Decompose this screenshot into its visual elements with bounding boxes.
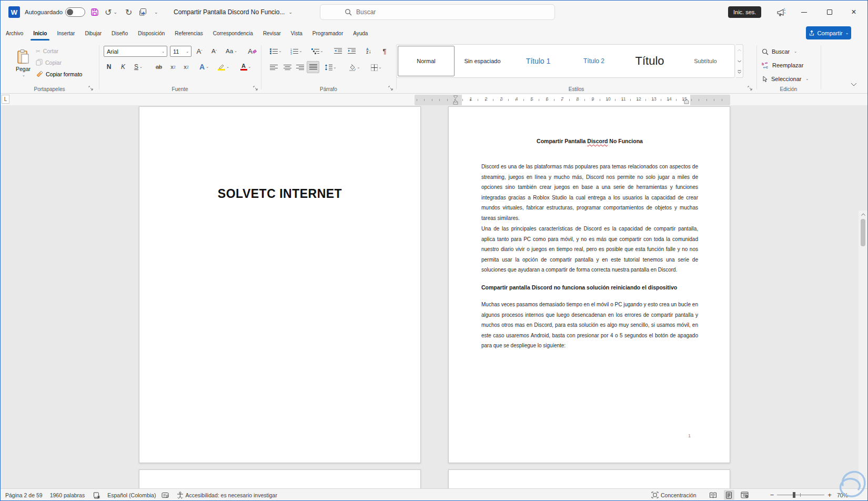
multilevel-list-button[interactable]: ⌄ [309,46,325,56]
text-predictions-icon[interactable] [162,492,169,498]
undo-button[interactable]: ↺⌄ [105,0,117,24]
clipboard-dialog-launcher-icon[interactable] [88,86,93,91]
quick-access-more-icon[interactable]: ⌄ [154,0,158,24]
coming-soon-megaphone-icon[interactable] [776,0,786,24]
clear-formatting-button[interactable]: A [246,46,259,56]
document-title[interactable]: Compartir Pantalla Discord No Funcio... … [174,0,292,24]
sort-button[interactable]: AZ ↓ [363,46,375,56]
page-left[interactable]: SOLVETC INTERNET [139,106,421,463]
accessibility-status[interactable]: Accesibilidad: es necesario investigar [185,492,277,498]
shrink-font-button[interactable]: Aˇ [208,46,220,56]
search-input[interactable]: Buscar [320,4,555,20]
tab-referencias[interactable]: Referencias [173,24,204,42]
scroll-up-icon[interactable] [859,211,867,218]
select-button[interactable]: Seleccionar ⌄ [762,73,809,85]
style-sin-espaciado[interactable]: Sin espaciado [455,46,510,76]
bold-button[interactable]: N [104,62,114,72]
read-mode-button[interactable] [708,490,719,500]
show-marks-button[interactable]: ¶ [380,46,389,56]
page-right-next[interactable] [448,469,730,490]
subscript-button[interactable]: x2 [168,62,178,72]
zoom-in-button[interactable]: + [827,491,832,499]
style-titulo-1[interactable]: Título 1 [510,46,566,76]
borders-button[interactable]: ⌄ [368,62,384,73]
style-normal[interactable]: Normal [398,46,455,76]
tab-dibujar[interactable]: Dibujar [83,24,103,42]
strikethrough-button[interactable]: ab [153,62,165,72]
bullets-button[interactable]: ⌄ [268,46,283,56]
copy-button[interactable]: Copiar [36,57,62,68]
replace-button[interactable]: bc Reemplazar [762,59,803,72]
style-subtitulo[interactable]: Subtítulo [678,46,733,76]
style-titulo[interactable]: Título [622,46,678,76]
style-titulo-2[interactable]: Título 2 [566,46,622,76]
styles-dialog-launcher-icon[interactable] [748,86,752,91]
tab-programador[interactable]: Programador [311,24,345,42]
font-color-button[interactable]: A ⌄ [238,62,254,72]
align-right-button[interactable] [295,62,305,73]
accessibility-icon[interactable] [177,492,184,499]
underline-button[interactable]: S⌄ [132,62,145,72]
page-right[interactable]: Compartir Pantalla Discord No Funciona D… [448,106,730,463]
highlight-button[interactable]: ⌄ [216,62,231,72]
shading-button[interactable]: ⌄ [346,62,362,73]
justify-button[interactable] [307,61,319,73]
styles-scroll-down-icon[interactable] [736,56,743,67]
horizontal-ruler[interactable]: 123456789101112131415 [415,95,730,105]
page-indicator[interactable]: Página 2 de 59 [5,492,43,498]
web-layout-button[interactable] [740,490,750,500]
zoom-slider[interactable] [777,495,824,495]
find-button[interactable]: Buscar ⌄ [762,45,797,58]
paste-chevron-icon[interactable]: ⌄ [22,73,25,77]
tab-insertar[interactable]: Insertar [55,24,76,42]
align-center-button[interactable] [282,62,292,73]
numbering-button[interactable]: 123 ⌄ [288,46,304,56]
sign-in-button[interactable]: Inic. ses. [728,6,761,18]
line-spacing-button[interactable]: ⌄ [322,62,338,73]
tab-vista[interactable]: Vista [289,24,304,42]
word-count[interactable]: 1960 palabras [50,492,85,498]
scrollbar-thumb[interactable] [861,219,865,246]
tab-revisar[interactable]: Revisar [261,24,282,42]
print-layout-button[interactable] [724,490,734,500]
focus-mode-button[interactable]: Concentración [651,492,697,498]
paste-button[interactable]: Pegar ⌄ [13,45,34,82]
maximize-button[interactable] [822,4,837,20]
font-dialog-launcher-icon[interactable] [253,86,258,91]
page-left-next[interactable] [139,469,421,490]
tab-stop-selector[interactable]: L [2,95,9,104]
tab-diseno[interactable]: Diseño [110,24,129,42]
word-app-icon[interactable]: W [8,6,20,18]
autosave-toggle[interactable] [65,7,85,17]
tab-inicio[interactable]: Inicio [32,24,48,42]
styles-scroll-up-icon[interactable] [736,45,743,56]
share-button[interactable]: Compartir ⌄ [806,26,851,39]
language-indicator[interactable]: Español (Colombia) [107,492,156,498]
tab-correspondencia[interactable]: Correspondencia [211,24,255,42]
minimize-button[interactable] [796,4,812,20]
repeat-button[interactable] [138,0,148,24]
indent-marker-icon[interactable] [453,95,458,105]
cut-button[interactable]: ✂ Cortar [36,45,58,56]
grow-font-button[interactable]: Aˆ [194,46,205,56]
tab-ayuda[interactable]: Ayuda [351,24,369,42]
font-family-select[interactable]: Arial⌄ [104,46,167,57]
paragraph-dialog-launcher-icon[interactable] [388,86,393,91]
font-size-select[interactable]: 11⌄ [170,46,191,57]
italic-button[interactable]: K [119,62,127,72]
format-painter-button[interactable]: Copiar formato [36,68,82,79]
vertical-scrollbar[interactable] [859,211,867,501]
zoom-out-button[interactable]: − [770,491,774,499]
zoom-slider-thumb[interactable] [793,492,795,498]
redo-button[interactable]: ↻ [125,0,132,24]
collapse-ribbon-icon[interactable] [850,82,857,87]
text-effects-button[interactable]: A⌄ [197,62,211,72]
proofing-errors-icon[interactable] [93,492,100,499]
decrease-indent-button[interactable] [332,46,343,56]
change-case-button[interactable]: Aa⌄ [224,46,239,56]
increase-indent-button[interactable] [346,46,357,56]
save-icon[interactable] [90,0,99,24]
tab-disposicion[interactable]: Disposición [136,24,166,42]
superscript-button[interactable]: x2 [181,62,191,72]
undo-chevron-icon[interactable]: ⌄ [113,9,117,15]
